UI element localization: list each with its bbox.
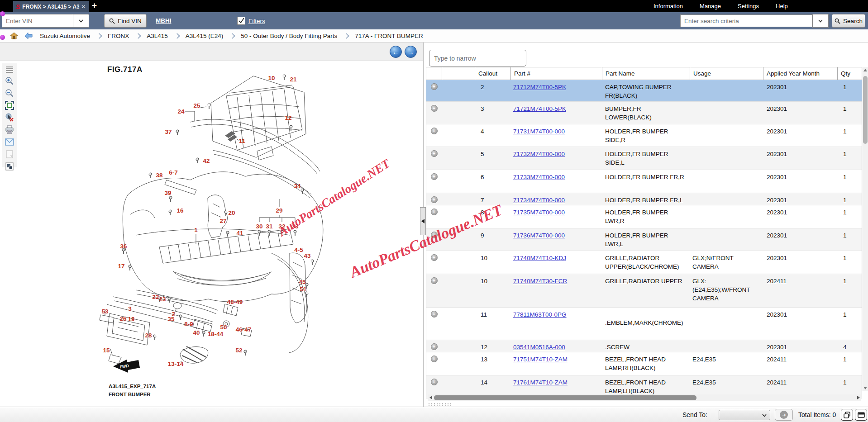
expand-row-icon[interactable]: +: [431, 311, 438, 318]
diagram-svg[interactable]: FWD A3L415_EXP_717A FRONT BUMPER 1021252…: [0, 43, 423, 407]
breadcrumb-item-code[interactable]: A3L415: [147, 33, 168, 39]
header-qty[interactable]: Qty: [837, 67, 863, 80]
vertical-scroll-thumb[interactable]: [863, 76, 868, 144]
scroll-up-icon[interactable]: [862, 67, 868, 73]
diagram-callout[interactable]: 39: [164, 190, 171, 196]
diagram-callout[interactable]: 1: [194, 227, 198, 233]
diagram-callout[interactable]: 24: [177, 108, 185, 115]
diagram-callout[interactable]: 40: [193, 329, 200, 336]
filters-label[interactable]: Filters: [248, 18, 265, 24]
table-row[interactable]: + 5 71732M74T00-000 HOLDER,FR BUMPER SID…: [426, 147, 862, 170]
new-tab-button[interactable]: +: [92, 0, 97, 10]
diagram-callout[interactable]: 17: [118, 263, 124, 270]
mbhi-link[interactable]: MBHI: [156, 17, 172, 24]
breadcrumb-item-root[interactable]: Suzuki Automotive: [40, 33, 90, 39]
expand-row-icon[interactable]: +: [431, 343, 438, 350]
part-number-link[interactable]: 71751M74T10-ZAM: [513, 356, 568, 363]
diagram-callout[interactable]: 10: [268, 75, 275, 81]
part-number-link[interactable]: 71721M74T00-5PK: [513, 105, 566, 112]
expand-row-icon[interactable]: +: [431, 150, 438, 157]
header-callout[interactable]: Callout: [475, 67, 510, 80]
diagram-callout[interactable]: 42: [203, 157, 210, 164]
diagram-callout[interactable]: 15: [103, 347, 110, 354]
diagram-callout[interactable]: 20: [228, 209, 235, 216]
horizontal-scroll-thumb[interactable]: [434, 395, 696, 400]
vin-input[interactable]: [2, 14, 73, 28]
table-row[interactable]: + 6 71733M74T00-000 HOLDER,FR BUMPER FR,…: [426, 170, 862, 193]
diagram-callout[interactable]: 43: [304, 252, 311, 259]
part-number-link[interactable]: 71734M74T00-000: [513, 197, 565, 204]
diagram-callout[interactable]: 36: [120, 243, 127, 250]
expand-row-icon[interactable]: +: [431, 277, 438, 284]
diagram-callout[interactable]: 27: [219, 218, 226, 224]
diagram-callout[interactable]: 51: [300, 286, 307, 293]
diagram-callout[interactable]: 31: [266, 223, 273, 230]
diagram-callout[interactable]: 12: [285, 114, 291, 121]
diagram-callout[interactable]: 37: [165, 128, 172, 135]
diagram-callout[interactable]: 50: [220, 324, 227, 331]
scroll-right-icon[interactable]: [855, 394, 861, 401]
diagram-callout[interactable]: 41: [236, 230, 243, 237]
diagram-callout[interactable]: 22: [152, 294, 159, 300]
diagram-callout[interactable]: 3: [128, 305, 132, 312]
vertical-scrollbar[interactable]: [862, 67, 868, 391]
table-row[interactable]: + 9 71736M74T00-000 HOLDER,FR BUMPER LWR…: [426, 228, 862, 251]
diagram-callout[interactable]: 29: [276, 207, 282, 214]
back-arrow-icon[interactable]: [24, 32, 33, 39]
part-number-link[interactable]: 71712M74T00-5PK: [513, 84, 566, 90]
menu-settings[interactable]: Settings: [738, 3, 759, 9]
diagram-callout[interactable]: 46-47: [236, 326, 252, 333]
table-row[interactable]: + 13 71751M74T10-ZAM BEZEL,FRONT HEAD LA…: [426, 352, 862, 375]
vin-dropdown-button[interactable]: [73, 14, 89, 28]
part-number-link[interactable]: 71761M74T10-ZAM: [513, 379, 568, 386]
diagram-callout[interactable]: 38: [156, 172, 163, 179]
part-number-link[interactable]: 71740M74T10-KDJ: [513, 255, 566, 261]
diagram-callout[interactable]: 4-5: [294, 247, 303, 253]
scroll-left-icon[interactable]: [428, 394, 434, 401]
table-row[interactable]: + 7 71734M74T00-000 HOLDER,FR BUMPER FR,…: [426, 193, 862, 205]
expand-row-icon[interactable]: +: [431, 379, 438, 385]
expand-row-icon[interactable]: +: [431, 83, 438, 90]
table-row[interactable]: + 8 71735M74T00-000 HOLDER,FR BUMPER LWR…: [426, 205, 862, 228]
part-number-link[interactable]: 71736M74T00-000: [513, 232, 565, 239]
diagram-callout[interactable]: 21: [290, 76, 297, 83]
diagram-callout[interactable]: 11: [239, 138, 246, 144]
table-row[interactable]: + 10 71740M74T10-KDJ GRILLE,RADIATOR UPP…: [426, 251, 862, 274]
panel-collapse-handle[interactable]: [420, 207, 426, 235]
table-row[interactable]: + 11 77811M63T00-0PG .EMBLEM,MARK(CHROME…: [426, 308, 862, 340]
part-number-link[interactable]: 71733M74T00-000: [513, 174, 565, 180]
filter-parts-input[interactable]: [429, 50, 526, 66]
part-number-link[interactable]: 03541M0516A-000: [513, 344, 565, 351]
diagram-callout[interactable]: 26: [119, 315, 127, 322]
single-window-button[interactable]: [855, 409, 867, 421]
resize-grip[interactable]: [428, 403, 453, 406]
breadcrumb-item-model[interactable]: FRONX: [108, 33, 129, 39]
search-criteria-input[interactable]: [680, 14, 812, 27]
table-row[interactable]: + 4 71731M74T00-000 HOLDER,FR BUMPER SID…: [426, 124, 862, 147]
header-part-number[interactable]: Part #: [510, 67, 602, 80]
tab-close-icon[interactable]: ✕: [81, 4, 86, 9]
diagram-callout[interactable]: 8-9: [184, 321, 193, 327]
part-number-link[interactable]: 71732M74T00-000: [513, 151, 565, 157]
find-vin-button[interactable]: Find VIN: [104, 14, 147, 28]
part-number-link[interactable]: 71735M74T00-000: [513, 209, 565, 216]
part-number-link[interactable]: 71740M74T30-FCR: [513, 278, 567, 284]
diagram-callout[interactable]: 48-49: [227, 299, 243, 305]
search-dropdown-button[interactable]: [812, 14, 829, 28]
menu-information[interactable]: Information: [653, 3, 683, 9]
diagram-callout[interactable]: 28: [145, 332, 152, 339]
part-number-link[interactable]: 71731M74T00-000: [513, 128, 565, 135]
header-usage[interactable]: Usage: [690, 67, 763, 80]
expand-row-icon[interactable]: +: [431, 356, 438, 362]
expand-row-icon[interactable]: +: [431, 196, 438, 203]
expand-row-icon[interactable]: +: [431, 128, 438, 134]
search-button[interactable]: Search: [832, 14, 865, 28]
cascade-windows-button[interactable]: [841, 409, 853, 421]
diagram-callout[interactable]: 16: [176, 207, 184, 214]
header-part-name[interactable]: Part Name: [602, 67, 690, 80]
table-row[interactable]: + 10 71740M74T30-FCR GRILLE,RADIATOR UPP…: [426, 274, 862, 308]
expand-row-icon[interactable]: +: [431, 173, 438, 180]
menu-manage[interactable]: Manage: [700, 3, 721, 9]
home-icon[interactable]: [10, 32, 18, 39]
part-number-link[interactable]: 77811M63T00-0PG: [513, 311, 567, 318]
